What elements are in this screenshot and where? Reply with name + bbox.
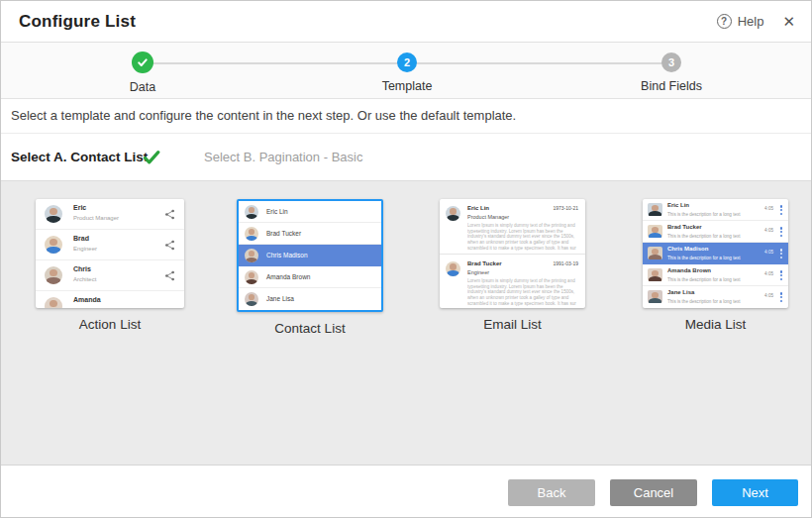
help-icon: ? bbox=[717, 14, 732, 29]
step-label-data: Data bbox=[83, 80, 202, 94]
template-card-media-list[interactable]: Eric Lin This is the description for a l… bbox=[643, 199, 788, 332]
item-description: This is the description for a long text bbox=[667, 256, 741, 260]
list-item: Brad Tucker 1991-03-19 Engineer Lorem Ip… bbox=[440, 254, 585, 308]
item-name: Eric bbox=[73, 204, 86, 211]
configure-list-dialog: Configure List ? Help ✕ Data 2 Template … bbox=[0, 0, 812, 518]
list-item: Eric Lin 1973-10-21 Product Manager Lore… bbox=[440, 199, 585, 254]
list-item: Jane Lisa bbox=[239, 288, 381, 310]
share-icon bbox=[164, 270, 175, 281]
select-a-contact-list[interactable]: Select A. Contact List bbox=[11, 134, 148, 181]
wizard-step-template[interactable]: 2 Template bbox=[348, 52, 466, 93]
item-time: 4:05 bbox=[764, 293, 773, 298]
avatar bbox=[245, 292, 258, 306]
selected-check-icon bbox=[143, 149, 160, 166]
kebab-menu-icon bbox=[780, 292, 783, 302]
item-role: Architect bbox=[73, 276, 96, 282]
item-name: Amanda Brown bbox=[667, 267, 711, 273]
template-caption-email-list: Email List bbox=[440, 317, 585, 332]
item-time: 4:05 bbox=[764, 271, 773, 276]
item-name: Eric Lin bbox=[467, 205, 489, 211]
template-gallery: Eric Product Manager Brad Engineer Chris… bbox=[1, 181, 811, 465]
item-name: Brad bbox=[73, 235, 89, 242]
item-role: Engineer bbox=[467, 269, 489, 275]
action-list-preview: Eric Product Manager Brad Engineer Chris… bbox=[36, 199, 184, 308]
kebab-menu-icon bbox=[780, 205, 783, 215]
item-name: Chris bbox=[73, 265, 91, 272]
list-item: Amanda Brown bbox=[239, 266, 381, 288]
item-name: Jane Lisa bbox=[266, 288, 294, 310]
share-icon bbox=[164, 209, 175, 220]
list-item: Brad Tucker bbox=[239, 223, 381, 245]
list-item: Chris Architect bbox=[36, 260, 184, 291]
template-caption-media-list: Media List bbox=[643, 317, 788, 332]
item-name: Jane Lisa bbox=[667, 289, 694, 295]
avatar bbox=[245, 205, 258, 219]
item-role: Product Manager bbox=[467, 214, 509, 220]
list-item: Amanda bbox=[36, 291, 184, 308]
list-item-selected: Chris Madison This is the description fo… bbox=[643, 243, 788, 264]
kebab-menu-icon bbox=[780, 227, 783, 237]
help-button[interactable]: ? Help bbox=[717, 14, 764, 29]
item-name: Amanda bbox=[73, 296, 101, 303]
template-card-action-list[interactable]: Eric Product Manager Brad Engineer Chris… bbox=[36, 199, 184, 332]
list-item: Brad Tucker This is the description for … bbox=[643, 221, 788, 243]
list-item: Jane Lisa This is the description for a … bbox=[643, 286, 788, 308]
item-name: Chris Madison bbox=[266, 245, 308, 266]
cancel-button[interactable]: Cancel bbox=[610, 479, 697, 506]
template-caption-action-list: Action List bbox=[36, 317, 184, 332]
item-description: This is the description for a long text bbox=[667, 277, 741, 282]
wizard-step-data[interactable]: Data bbox=[83, 52, 202, 94]
step-wizard: Data 2 Template 3 Bind Fields bbox=[1, 43, 811, 99]
media-list-preview: Eric Lin This is the description for a l… bbox=[643, 199, 788, 308]
item-time: 4:05 bbox=[764, 228, 773, 233]
avatar bbox=[245, 249, 258, 262]
instruction-text: Select a template and configure the cont… bbox=[1, 99, 811, 134]
template-card-contact-list[interactable]: Eric Lin Brad Tucker Chris Madison Amand… bbox=[237, 199, 383, 336]
item-name: Amanda Brown bbox=[266, 266, 310, 288]
template-card-email-list[interactable]: Eric Lin 1973-10-21 Product Manager Lore… bbox=[440, 199, 585, 332]
select-b-pagination[interactable]: Select B. Pagination - Basic bbox=[204, 134, 362, 181]
item-name: Brad Tucker bbox=[266, 223, 301, 245]
list-item-selected: Chris Madison bbox=[239, 245, 381, 266]
item-date: 1991-03-19 bbox=[553, 260, 578, 266]
contact-list-preview: Eric Lin Brad Tucker Chris Madison Amand… bbox=[237, 199, 383, 312]
avatar bbox=[648, 247, 662, 259]
list-item: Eric Lin This is the description for a l… bbox=[643, 199, 788, 221]
list-item: Eric Lin bbox=[239, 201, 381, 223]
avatar bbox=[245, 270, 258, 284]
avatar bbox=[648, 225, 662, 238]
item-body: Lorem Ipsum is simply dummy text of the … bbox=[467, 223, 579, 252]
kebab-menu-icon bbox=[780, 270, 783, 280]
item-body: Lorem Ipsum is simply dummy text of the … bbox=[467, 278, 579, 307]
template-caption-contact-list: Contact List bbox=[237, 321, 383, 336]
kebab-menu-icon bbox=[780, 249, 783, 259]
avatar bbox=[446, 261, 460, 276]
close-icon[interactable]: ✕ bbox=[772, 13, 799, 31]
avatar bbox=[45, 236, 62, 254]
item-description: This is the description for a long text bbox=[667, 299, 741, 304]
item-name: Chris Madison bbox=[667, 246, 708, 252]
wizard-step-bind-fields[interactable]: 3 Bind Fields bbox=[612, 52, 731, 93]
avatar bbox=[45, 266, 62, 284]
item-date: 1973-10-21 bbox=[553, 205, 578, 211]
list-item: Amanda Brown This is the description for… bbox=[643, 264, 788, 286]
list-item: Eric Product Manager bbox=[36, 199, 184, 230]
step-number-badge: 3 bbox=[661, 52, 681, 72]
back-button[interactable]: Back bbox=[508, 479, 595, 506]
step-label-template: Template bbox=[348, 79, 466, 93]
avatar bbox=[648, 290, 662, 303]
avatar bbox=[648, 268, 662, 281]
item-time: 4:05 bbox=[764, 206, 773, 211]
share-icon bbox=[164, 240, 175, 251]
step-label-bind-fields: Bind Fields bbox=[612, 79, 731, 93]
help-label: Help bbox=[738, 14, 764, 29]
next-button[interactable]: Next bbox=[712, 479, 798, 506]
avatar bbox=[446, 206, 460, 221]
dialog-footer: Back Cancel Next bbox=[1, 465, 811, 518]
item-role: Engineer bbox=[73, 246, 97, 252]
avatar bbox=[45, 297, 62, 308]
header-actions: ? Help ✕ bbox=[717, 1, 799, 42]
item-role: Product Manager bbox=[73, 215, 119, 221]
email-list-preview: Eric Lin 1973-10-21 Product Manager Lore… bbox=[440, 199, 585, 308]
list-item: Brad Engineer bbox=[36, 230, 184, 260]
